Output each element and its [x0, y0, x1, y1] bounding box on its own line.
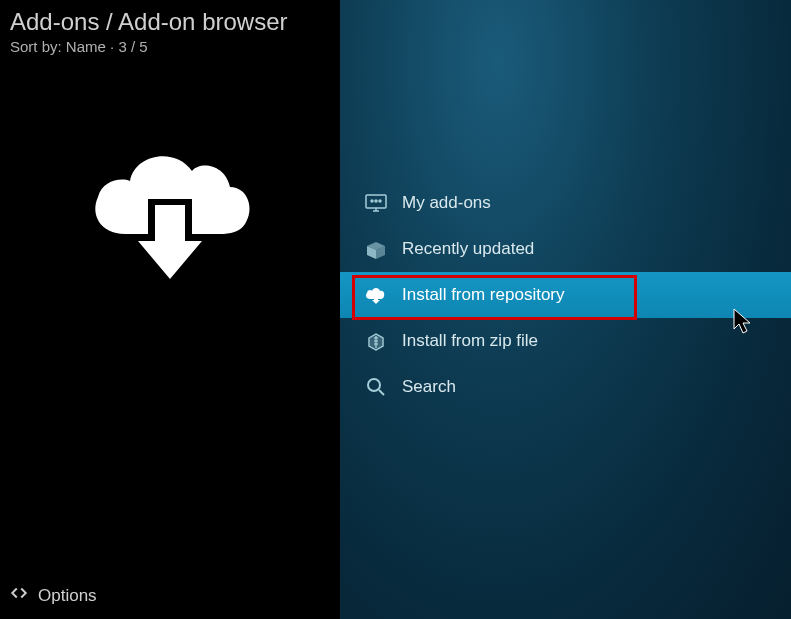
sort-label: Sort by: Name	[10, 38, 106, 55]
options-icon	[10, 584, 28, 607]
menu-item-label: Recently updated	[402, 239, 534, 259]
svg-point-3	[371, 200, 373, 202]
menu-item-label: Install from zip file	[402, 331, 538, 351]
menu-item-label: Search	[402, 377, 456, 397]
header: Add-ons / Add-on browser Sort by: Name ·…	[0, 0, 340, 59]
menu-item-search[interactable]: Search	[340, 364, 791, 410]
main-menu: My add-ons Recently updated Install from…	[340, 0, 791, 619]
svg-point-11	[368, 379, 380, 391]
menu-item-label: Install from repository	[402, 285, 565, 305]
monitor-addons-icon	[358, 193, 394, 213]
search-icon	[358, 376, 394, 398]
footer-options[interactable]: Options	[10, 584, 97, 607]
page-title: Add-ons / Add-on browser	[10, 8, 330, 36]
svg-rect-6	[374, 295, 378, 300]
cloud-download-graphic	[0, 139, 340, 289]
menu-item-recently-updated[interactable]: Recently updated	[340, 226, 791, 272]
menu-item-install-from-repository[interactable]: Install from repository	[340, 272, 791, 318]
svg-point-5	[379, 200, 381, 202]
svg-point-4	[375, 200, 377, 202]
options-label: Options	[38, 586, 97, 606]
page-subtitle: Sort by: Name · 3 / 5	[10, 38, 330, 55]
menu-item-label: My add-ons	[402, 193, 491, 213]
position-indicator: 3 / 5	[118, 38, 147, 55]
zip-file-icon	[358, 330, 394, 352]
sidebar: Add-ons / Add-on browser Sort by: Name ·…	[0, 0, 340, 619]
cloud-repo-icon	[358, 285, 394, 305]
box-open-icon	[358, 238, 394, 260]
menu-item-my-addons[interactable]: My add-ons	[340, 180, 791, 226]
svg-line-12	[379, 390, 384, 395]
menu-item-install-from-zip[interactable]: Install from zip file	[340, 318, 791, 364]
